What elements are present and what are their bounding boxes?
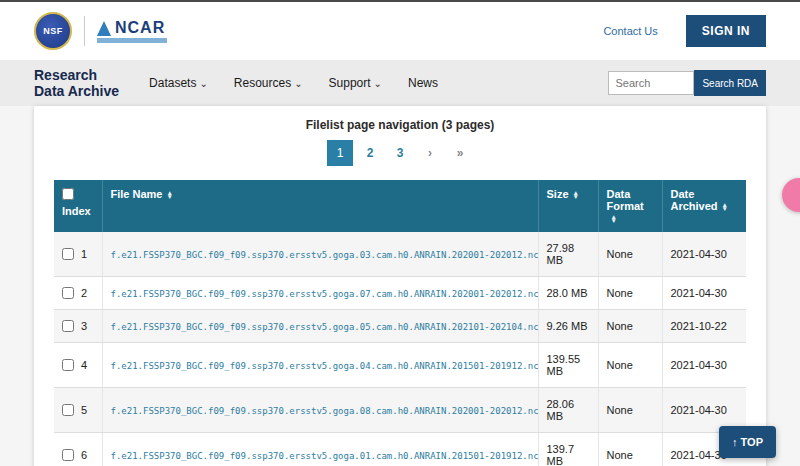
file-link[interactable]: f.e21.FSSP370_BGC.f09_f09.ssp370.ersstv5…: [111, 289, 539, 299]
sort-icon[interactable]: ▲▼: [722, 203, 728, 211]
header-data-format[interactable]: Data Format▲▼: [598, 180, 662, 232]
file-format: None: [598, 310, 662, 343]
search-rda-button[interactable]: Search RDA: [694, 70, 766, 96]
chevron-down-icon: ⌄: [199, 78, 207, 89]
filelist-card: Filelist page navigation (3 pages) 123›»…: [34, 106, 766, 466]
nav-links: Datasets⌄Resources⌄Support⌄News: [149, 76, 438, 90]
file-size: 139.55 MB: [538, 343, 598, 388]
table-row: 1 f.e21.FSSP370_BGC.f09_f09.ssp370.ersst…: [54, 232, 746, 277]
nsf-logo-text: NSF: [43, 26, 63, 36]
header-index[interactable]: Index: [54, 180, 102, 232]
main-navbar: Research Data Archive Datasets⌄Resources…: [0, 60, 800, 106]
brand-line-2: Data Archive: [34, 83, 119, 99]
ncar-logo-text: NCAR: [115, 20, 165, 36]
row-index: 5: [81, 404, 87, 416]
header-index-label: Index: [62, 205, 91, 217]
site-header: NSF NCAR Contact Us SIGN IN: [0, 2, 800, 60]
row-checkbox[interactable]: [62, 404, 74, 416]
nsf-logo[interactable]: NSF: [34, 12, 72, 50]
file-size: 28.06 MB: [538, 388, 598, 433]
file-link[interactable]: f.e21.FSSP370_BGC.f09_f09.ssp370.ersstv5…: [111, 322, 539, 332]
page-next-icon[interactable]: ›: [417, 140, 443, 166]
site-brand[interactable]: Research Data Archive: [34, 67, 119, 99]
table-body: 1 f.e21.FSSP370_BGC.f09_f09.ssp370.ersst…: [54, 232, 746, 466]
file-date: 2021-10-22: [662, 310, 746, 343]
file-format: None: [598, 232, 662, 277]
table-row: 3 f.e21.FSSP370_BGC.f09_f09.ssp370.ersst…: [54, 310, 746, 343]
row-checkbox[interactable]: [62, 359, 74, 371]
header-size[interactable]: Size▲▼: [538, 180, 598, 232]
row-index: 3: [81, 320, 87, 332]
file-date: 2021-04-30: [662, 343, 746, 388]
file-format: None: [598, 388, 662, 433]
ncar-logo-subbar: [97, 38, 167, 43]
sign-in-button[interactable]: SIGN IN: [686, 15, 766, 47]
ncar-logo[interactable]: NCAR: [97, 20, 167, 43]
file-format: None: [598, 433, 662, 466]
header-file-name[interactable]: File Name▲▼: [102, 180, 538, 232]
table-row: 5 f.e21.FSSP370_BGC.f09_f09.ssp370.ersst…: [54, 388, 746, 433]
sort-icon[interactable]: ▲▼: [611, 215, 617, 223]
back-to-top-button[interactable]: ↑ TOP: [719, 426, 776, 458]
contact-us-link[interactable]: Contact Us: [603, 25, 657, 37]
pagination: 123›»: [54, 140, 746, 166]
row-checkbox[interactable]: [62, 287, 74, 299]
page-3[interactable]: 3: [387, 140, 413, 166]
file-date: 2021-04-30: [662, 232, 746, 277]
pagination-title: Filelist page navigation (3 pages): [54, 118, 746, 132]
chevron-down-icon: ⌄: [294, 78, 302, 89]
file-link[interactable]: f.e21.FSSP370_BGC.f09_f09.ssp370.ersstv5…: [111, 250, 539, 260]
row-checkbox[interactable]: [62, 248, 74, 260]
main-content: Filelist page navigation (3 pages) 123›»…: [0, 106, 800, 466]
nav-resources[interactable]: Resources⌄: [234, 76, 303, 90]
file-format: None: [598, 343, 662, 388]
row-checkbox[interactable]: [62, 320, 74, 332]
nav-support[interactable]: Support⌄: [329, 76, 382, 90]
ncar-flag-icon: [97, 21, 111, 36]
sort-icon[interactable]: ▲▼: [573, 191, 579, 199]
table-header: Index File Name▲▼ Size▲▼ Data Format▲▼ D…: [54, 180, 746, 232]
logo-divider: [84, 16, 85, 46]
brand-line-1: Research: [34, 67, 119, 83]
select-all-checkbox[interactable]: [62, 188, 74, 200]
search-area: Search RDA: [608, 70, 766, 96]
file-size: 28.0 MB: [538, 277, 598, 310]
back-to-top-label: ↑ TOP: [732, 436, 763, 448]
table-row: 2 f.e21.FSSP370_BGC.f09_f09.ssp370.ersst…: [54, 277, 746, 310]
header-actions: Contact Us SIGN IN: [603, 15, 766, 47]
search-input[interactable]: [608, 71, 694, 95]
page-1[interactable]: 1: [327, 140, 353, 166]
file-link[interactable]: f.e21.FSSP370_BGC.f09_f09.ssp370.ersstv5…: [111, 406, 539, 416]
header-date-archived[interactable]: Date Archived▲▼: [662, 180, 746, 232]
table-row: 4 f.e21.FSSP370_BGC.f09_f09.ssp370.ersst…: [54, 343, 746, 388]
chevron-down-icon: ⌄: [374, 78, 382, 89]
sort-icon[interactable]: ▲▼: [166, 191, 172, 199]
file-link[interactable]: f.e21.FSSP370_BGC.f09_f09.ssp370.ersstv5…: [111, 451, 539, 461]
ncar-logo-top: NCAR: [97, 20, 167, 36]
row-index: 2: [81, 287, 87, 299]
file-size: 27.98 MB: [538, 232, 598, 277]
row-index: 1: [81, 248, 87, 260]
file-date: 2021-04-30: [662, 277, 746, 310]
row-index: 4: [81, 359, 87, 371]
logo-group: NSF NCAR: [34, 12, 167, 50]
file-format: None: [598, 277, 662, 310]
file-link[interactable]: f.e21.FSSP370_BGC.f09_f09.ssp370.ersstv5…: [111, 361, 539, 371]
nav-datasets[interactable]: Datasets⌄: [149, 76, 208, 90]
row-checkbox[interactable]: [62, 449, 74, 461]
filelist-table: Index File Name▲▼ Size▲▼ Data Format▲▼ D…: [54, 180, 746, 466]
file-size: 9.26 MB: [538, 310, 598, 343]
table-row: 6 f.e21.FSSP370_BGC.f09_f09.ssp370.ersst…: [54, 433, 746, 466]
page-2[interactable]: 2: [357, 140, 383, 166]
file-size: 139.7 MB: [538, 433, 598, 466]
page-last-icon[interactable]: »: [447, 140, 473, 166]
nav-news[interactable]: News: [408, 76, 438, 90]
row-index: 6: [81, 449, 87, 461]
